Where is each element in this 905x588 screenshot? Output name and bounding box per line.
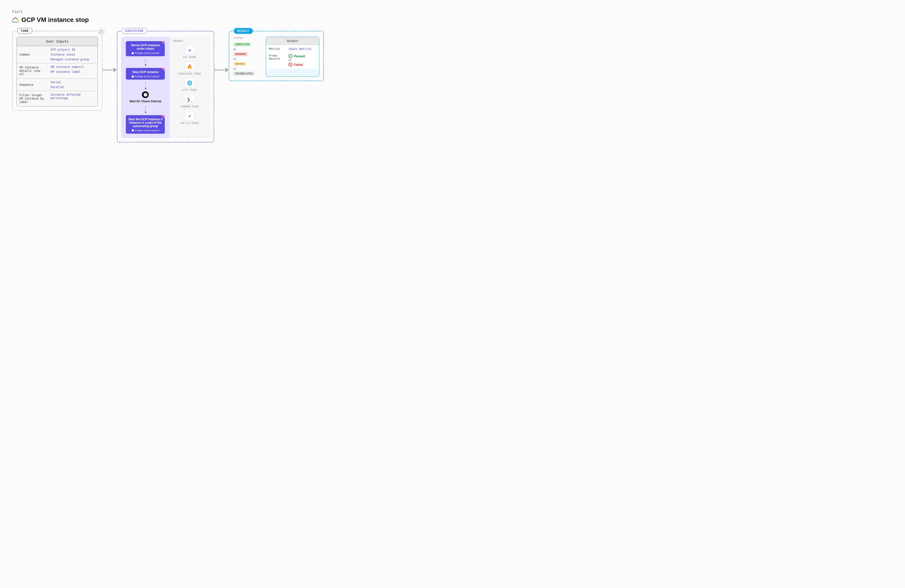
inputs-key: Common — [17, 46, 49, 63]
or-label: OR — [233, 48, 262, 51]
probes-label: PROBES — [173, 40, 183, 42]
fault-label: Fault — [12, 10, 893, 14]
k8s-icon: ⎈ — [185, 46, 194, 54]
failed-result: ✕ Failed — [289, 63, 305, 67]
down-arrow-icon — [145, 59, 146, 65]
probe-results-key: Probe Results — [269, 54, 286, 60]
probe-label: HTTP PROBE — [183, 89, 197, 92]
status-badge: ERRORED — [233, 52, 248, 56]
input-value: GCP project ID — [51, 48, 96, 51]
status-label: STATUS — [233, 37, 262, 40]
page-title: GCP VM instance stop — [21, 16, 89, 24]
input-value: VM instance name(s) — [51, 65, 96, 69]
inputs-values: Instance affected percentage — [49, 91, 98, 106]
cmd-icon: ❯_ — [185, 95, 194, 104]
inputs-key: VM instance details (one of) — [17, 63, 49, 78]
connector-arrow — [214, 67, 229, 72]
slo-icon: ✔ — [185, 112, 194, 121]
or-label: OR — [289, 59, 305, 62]
probes-column: PROBES ⎈K8S PROBE🔥PROMETHEUS PROBE🌐HTTP … — [170, 37, 210, 138]
probe-item: 🌐HTTP PROBE — [183, 79, 197, 92]
diagram-canvas: TUNE User Inputs CommonGCP project IDIns… — [12, 31, 893, 142]
output-box: Output Metrics chaos metrics Probe Resul… — [266, 37, 319, 77]
metrics-value: chaos metrics — [289, 47, 316, 51]
inputs-row: SequenceSerialParallel — [17, 79, 98, 91]
check-icon: ✓ — [289, 54, 292, 58]
status-badge: INCOMPLETED — [233, 72, 255, 76]
gcp-icon — [12, 17, 19, 23]
inputs-values: SerialParallel — [49, 79, 98, 91]
probe-label: PROMETHEUS PROBE — [178, 73, 201, 75]
input-value: VM instance label — [51, 70, 96, 73]
execution-step: Stop GCP instancePrivilege access requir… — [126, 68, 165, 79]
down-arrow-icon — [145, 106, 146, 113]
probe-item: ✔SRM SLO PROBE — [180, 112, 199, 125]
execution-step: Start the GCP instance if instance is a … — [126, 115, 165, 133]
status-badge: QUEUED — [233, 62, 246, 66]
passed-result: ✓ Passed — [289, 54, 305, 58]
clock-icon: 🕐 — [142, 91, 149, 98]
connector-arrow — [102, 67, 117, 72]
input-value: Managed instance group — [51, 58, 96, 61]
inputs-row: VM instance details (one of)VM instance … — [17, 63, 98, 79]
prom-icon: 🔥 — [185, 62, 194, 71]
wait-block: 🕐Wait for Chaos Interval — [130, 91, 161, 103]
privilege-label: Privilege access required — [128, 129, 163, 132]
input-value: Instance affected percentage — [51, 93, 96, 100]
inputs-key: Sequence — [17, 79, 49, 91]
header: Fault GCP VM instance stop — [12, 10, 893, 24]
privilege-label: Privilege access required — [128, 75, 163, 78]
wait-label: Wait for Chaos Interval — [130, 100, 161, 103]
http-icon: 🌐 — [185, 79, 194, 87]
result-panel: RESULT STATUS COMPLETEDORERROREDORQUEUED… — [229, 31, 324, 81]
inputs-row: CommonGCP project IDInstance zonesManage… — [17, 46, 98, 63]
probe-label: SRM SLO PROBE — [180, 122, 199, 125]
tune-panel: TUNE User Inputs CommonGCP project IDIns… — [12, 31, 102, 111]
probe-label: COMMAND PROBE — [180, 105, 199, 108]
execution-panel: EXECUTION Derive GCP instance under chao… — [117, 31, 214, 142]
probe-label: K8S PROBE — [183, 56, 196, 59]
execution-step: Derive GCP instance under chaosPrivilege… — [126, 41, 165, 56]
input-value: Serial — [51, 81, 96, 84]
inputs-key: Filter target VM instance by label — [17, 91, 49, 106]
privilege-label: Privilege access required — [128, 52, 163, 54]
execution-tab: EXECUTION — [122, 28, 147, 34]
result-tab: RESULT — [234, 28, 253, 34]
output-header: Output — [266, 37, 319, 45]
x-icon: ✕ — [289, 63, 292, 67]
status-badge: COMPLETED — [233, 42, 251, 46]
user-inputs-header: User Inputs — [17, 37, 98, 46]
probe-item: ⎈K8S PROBE — [183, 46, 196, 59]
probe-item: 🔥PROMETHEUS PROBE — [178, 62, 201, 75]
metrics-key: Metrics — [269, 47, 286, 51]
or-label: OR — [233, 68, 262, 70]
probe-item: ❯_COMMAND PROBE — [180, 95, 199, 108]
inputs-values: GCP project IDInstance zonesManaged inst… — [49, 46, 98, 63]
gcp-corner-icon — [98, 28, 105, 35]
status-column: STATUS COMPLETEDORERROREDORQUEUEDORINCOM… — [233, 37, 262, 77]
execution-steps: Derive GCP instance under chaosPrivilege… — [121, 37, 170, 138]
user-inputs-table: User Inputs CommonGCP project IDInstance… — [17, 37, 98, 106]
or-label: OR — [233, 58, 262, 60]
inputs-row: Filter target VM instance by labelInstan… — [17, 91, 98, 106]
input-value: Instance zones — [51, 53, 96, 56]
input-value: Parallel — [51, 86, 96, 89]
inputs-values: VM instance name(s)VM instance label — [49, 63, 98, 78]
down-arrow-icon — [145, 82, 146, 89]
tune-tab: TUNE — [17, 28, 32, 34]
